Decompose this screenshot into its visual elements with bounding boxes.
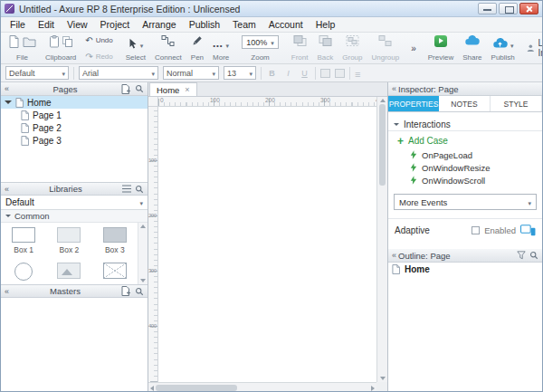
page-icon — [21, 136, 29, 146]
share-button[interactable]: Share — [458, 33, 486, 62]
tab-properties[interactable]: PROPERTIES — [388, 96, 439, 111]
page-item-page2[interactable]: Page 2 — [1, 121, 148, 134]
library-shapes-area: Box 1 Box 2 Box 3 — [1, 223, 148, 284]
widget-placeholder[interactable] — [92, 260, 138, 281]
ungroup-button[interactable]: Ungroup — [367, 33, 405, 62]
line-color-swatch[interactable] — [335, 69, 345, 78]
outline-item-label: Home — [405, 264, 430, 274]
menu-arrange[interactable]: Arrange — [136, 18, 182, 31]
library-section-label: Common — [14, 211, 50, 221]
toolbar-overflow-button[interactable]: » — [407, 43, 420, 53]
event-onwindowscroll[interactable]: OnWindowScroll — [388, 174, 542, 186]
front-button[interactable]: Front — [287, 33, 313, 62]
menu-edit[interactable]: Edit — [32, 18, 61, 31]
widget-image[interactable] — [46, 260, 91, 281]
tab-notes[interactable]: NOTES — [439, 96, 491, 111]
menu-view[interactable]: View — [61, 18, 94, 31]
font-weight-select[interactable]: Normal — [163, 66, 219, 80]
align-text-icon[interactable] — [355, 65, 360, 81]
pen-tool-button[interactable]: Pen — [186, 33, 208, 62]
tab-style[interactable]: STYLE — [491, 96, 542, 111]
interactions-section-header[interactable]: Interactions — [388, 118, 542, 131]
underline-icon[interactable] — [299, 69, 310, 78]
pen-icon — [192, 35, 203, 46]
chevron-down-icon — [140, 35, 144, 52]
clipboard-group[interactable]: Clipboard — [41, 33, 81, 62]
widget-box1[interactable]: Box 1 — [1, 225, 46, 254]
window-title: Untitled - Axure RP 8 Enterprise Edition… — [19, 4, 478, 14]
tab-home[interactable]: Home × — [149, 82, 197, 96]
scrollbar-thumb[interactable] — [156, 385, 237, 391]
format-separator — [315, 67, 316, 80]
chevron-down-icon — [510, 35, 514, 52]
widget-box3[interactable]: Box 3 — [92, 225, 138, 254]
adaptive-views-icon[interactable] — [520, 225, 536, 236]
add-master-icon[interactable] — [121, 286, 131, 296]
search-icon[interactable] — [529, 251, 538, 260]
widget-ellipse[interactable] — [1, 260, 46, 281]
preview-button[interactable]: Preview — [424, 33, 458, 62]
more-events-select[interactable]: More Events — [394, 194, 537, 210]
file-group[interactable]: File — [4, 33, 41, 62]
search-icon[interactable] — [135, 185, 144, 194]
redo-button[interactable]: Redo — [85, 52, 113, 62]
font-size-select[interactable]: 13 — [224, 66, 256, 80]
scroll-down-icon — [380, 377, 386, 380]
publish-button[interactable]: Publish — [487, 33, 519, 62]
add-case-link[interactable]: + Add Case — [388, 131, 542, 148]
zoom-label: Zoom — [251, 53, 269, 62]
add-page-icon[interactable] — [121, 84, 131, 94]
design-canvas[interactable] — [158, 107, 376, 382]
page-item-page1[interactable]: Page 1 — [1, 109, 148, 121]
menu-team[interactable]: Team — [226, 18, 262, 31]
close-button[interactable] — [519, 3, 538, 14]
vertical-scrollbar[interactable] — [376, 97, 387, 382]
select-tool-button[interactable]: Select — [121, 33, 150, 62]
scrollbar-thumb[interactable] — [379, 104, 386, 186]
maximize-button[interactable] — [499, 3, 518, 14]
widget-style-select[interactable]: Default — [5, 66, 69, 80]
library-section-common[interactable]: Common — [1, 210, 148, 223]
connect-tool-button[interactable]: Connect — [150, 33, 186, 62]
horizontal-scrollbar[interactable] — [148, 382, 376, 392]
expand-triangle-icon[interactable] — [5, 100, 12, 104]
scroll-right-icon — [371, 386, 375, 391]
masters-list-empty — [1, 298, 148, 392]
page-item-home[interactable]: Home — [1, 96, 148, 109]
redo-icon — [85, 52, 92, 62]
libraries-panel-header: « Libraries — [1, 182, 148, 196]
menu-help[interactable]: Help — [310, 18, 342, 31]
search-icon[interactable] — [135, 84, 144, 93]
menu-project[interactable]: Project — [94, 18, 137, 31]
adaptive-enabled-checkbox[interactable] — [472, 226, 480, 234]
menu-publish[interactable]: Publish — [183, 18, 226, 31]
minimize-button[interactable] — [478, 3, 497, 14]
login-button[interactable]: Log In — [519, 38, 543, 58]
search-icon[interactable] — [135, 287, 144, 296]
left-panel: « Pages Home Page 1 — [1, 82, 148, 392]
more-tools-button[interactable]: More — [208, 33, 233, 62]
libraries-scrollbar[interactable] — [138, 223, 148, 284]
scroll-left-icon — [150, 386, 154, 391]
group-button[interactable]: Group — [338, 33, 367, 62]
menu-file[interactable]: File — [4, 18, 32, 31]
bold-icon[interactable] — [266, 69, 278, 78]
library-select[interactable]: Default — [1, 196, 148, 210]
filter-funnel-icon[interactable] — [517, 251, 526, 260]
widget-box2[interactable]: Box 2 — [46, 225, 91, 254]
event-onwindowresize[interactable]: OnWindowResize — [388, 161, 542, 174]
format-separator — [73, 67, 74, 80]
outline-item-home[interactable]: Home — [388, 263, 542, 276]
menu-account[interactable]: Account — [262, 18, 310, 31]
undo-button[interactable]: Undo — [85, 35, 113, 45]
font-family-select[interactable]: Arial — [79, 66, 158, 80]
back-button[interactable]: Back — [312, 33, 338, 62]
copy-icon — [62, 36, 72, 47]
library-menu-icon[interactable] — [122, 185, 131, 193]
tab-close-icon[interactable]: × — [185, 85, 189, 94]
zoom-select[interactable]: 100% — [242, 35, 279, 49]
fill-color-swatch[interactable] — [320, 69, 330, 78]
italic-icon[interactable] — [282, 69, 294, 78]
page-item-page3[interactable]: Page 3 — [1, 134, 148, 147]
event-onpageload[interactable]: OnPageLoad — [388, 148, 542, 161]
